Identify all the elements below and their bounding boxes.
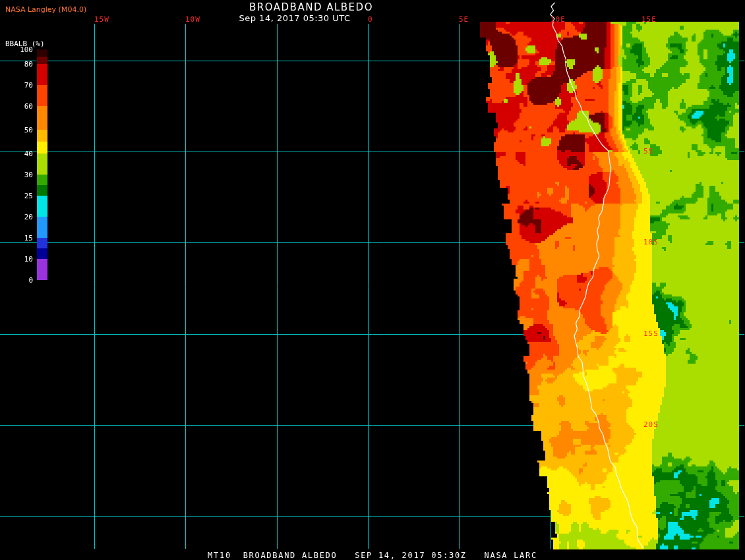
page-title: BROADBAND ALBEDO (249, 1, 373, 13)
screen: NASA Langley (M04.0) BROADBAND ALBEDO Se… (0, 0, 745, 560)
colorbar-title: BBALB (%) (5, 40, 45, 48)
credit-label: NASA Langley (M04.0) (5, 5, 86, 14)
page-subtitle: Sep 14, 2017 05:30 UTC (239, 13, 350, 23)
albedo-map-canvas (0, 0, 745, 560)
footer-caption: MT10 BROADBAND ALBEDO SEP 14, 2017 05:30… (208, 551, 537, 560)
